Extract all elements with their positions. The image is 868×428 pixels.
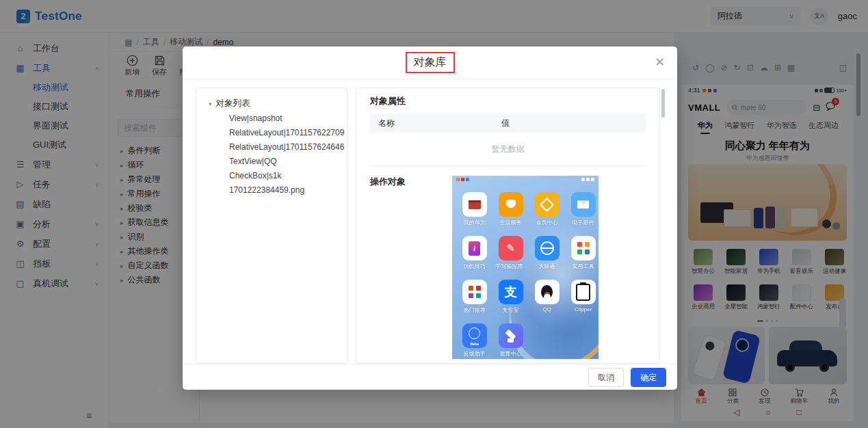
clipboard-icon <box>571 280 596 304</box>
info-icon <box>462 236 487 260</box>
pen-icon <box>499 236 523 260</box>
folder-icon <box>462 280 487 304</box>
app-icon-qq: QQ <box>529 280 565 312</box>
diamond-icon <box>535 192 560 217</box>
cancel-button[interactable]: 取消 <box>588 368 624 387</box>
empty-state: 暂无数据 <box>370 133 646 165</box>
caret-down-icon: ▾ <box>209 101 212 107</box>
panel-scrollbar[interactable] <box>661 89 665 118</box>
confirm-button[interactable]: 确定 <box>631 368 666 387</box>
object-detail-panel: 对象属性 名称 值 暂无数据 操作对象 我的华为 生活服务 会员中心 电子邮件 … <box>356 88 660 364</box>
object-properties-title: 对象属性 <box>370 95 646 107</box>
app-icon-email: 电子邮件 <box>565 192 599 226</box>
modal-footer: 取消 确定 <box>183 364 677 390</box>
app-icon-alipay: 支支付宝 <box>492 280 529 314</box>
box-icon <box>462 192 487 217</box>
app-icon-life: 生活服务 <box>492 192 529 226</box>
folder-icon <box>571 236 596 260</box>
app-icon-skytone: 天际通 <box>529 236 565 270</box>
close-icon[interactable]: ✕ <box>655 55 665 70</box>
tree-root-object-list[interactable]: ▾ 对象列表 <box>209 96 347 111</box>
envelope-icon <box>571 192 596 217</box>
operation-object-screenshot[interactable]: 我的华为 生活服务 会员中心 电子邮件 玩机技巧 手写输应用.. 天际通 实用工… <box>452 176 599 359</box>
app-icon-feedback: Beta反馈助手 <box>456 323 492 358</box>
beta-globe-icon: Beta <box>462 323 487 348</box>
tree-item[interactable]: CheckBox|s1k <box>209 168 347 183</box>
tree-item[interactable]: RelativeLayout|1701157624646 <box>209 139 347 154</box>
object-library-modal: 对象库 ✕ ▾ 对象列表 View|snapshot RelativeLayou… <box>183 46 677 390</box>
penguin-icon <box>535 280 560 304</box>
column-header-name: 名称 <box>370 118 493 129</box>
phone-status-icons <box>456 178 469 181</box>
app-icon-education: 教育中心 <box>492 323 529 358</box>
cup-icon <box>499 192 523 217</box>
graduation-cap-icon <box>499 323 523 348</box>
object-list-panel: ▾ 对象列表 View|snapshot RelativeLayout|1701… <box>196 88 347 364</box>
app-icon-myhuawei: 我的华为 <box>456 192 492 226</box>
app-icon-tools-folder: 实用工具 <box>565 236 599 270</box>
app-icon-tips: 玩机技巧 <box>456 236 492 270</box>
column-header-value: 值 <box>493 118 510 129</box>
tree-item[interactable]: RelativeLayout|1701157622709 <box>209 125 347 139</box>
alipay-icon: 支 <box>499 280 523 304</box>
app-icon-recommend-folder: 热门推荐 <box>456 280 492 314</box>
properties-table: 名称 值 暂无数据 <box>370 113 646 166</box>
app-icon-member: 会员中心 <box>529 192 565 226</box>
modal-header: 对象库 ✕ <box>183 46 677 79</box>
tree-item[interactable]: TextView|QQ <box>209 154 347 168</box>
app-icon-handwriting: 手写输应用.. <box>492 236 529 270</box>
phone-status-icons <box>581 178 594 181</box>
tree-item[interactable]: 1701222384459.png <box>209 183 347 197</box>
globe-icon <box>535 236 560 260</box>
app-icon-clipper: Clipper <box>565 280 599 312</box>
tree-item[interactable]: View|snapshot <box>209 111 347 125</box>
modal-title: 对象库 <box>406 52 455 73</box>
